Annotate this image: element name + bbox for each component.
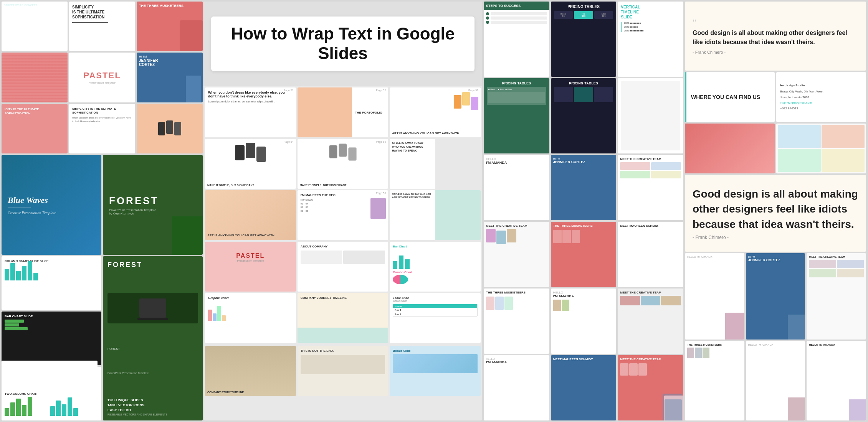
slide-pricing-green[interactable]: PRICING TABLES ■ Basic ■ Pro ■ Elite bbox=[484, 78, 549, 153]
slide-meet-maureen-2[interactable]: MEET MAUREEN SCHMIDT bbox=[551, 355, 617, 420]
slide-street-wear[interactable]: STREET WEAR CONCEPT THE PORTOFOLIO bbox=[2, 2, 68, 51]
slide-amanda-1[interactable]: HELLO I'M AMANDA bbox=[484, 155, 549, 220]
slide-hello-amanda-3[interactable]: HELLO I'M AMANDA bbox=[484, 355, 549, 420]
right-mid-cluster: HELLO I'M AMANDA HI I'M JENNIFER CORTEZ … bbox=[484, 155, 683, 420]
left-top-grid: STREET WEAR CONCEPT THE PORTOFOLIO SIMPL… bbox=[2, 2, 203, 153]
slide-pastel[interactable]: PASTEL Presentation Template bbox=[69, 53, 135, 102]
slide-white-6[interactable] bbox=[618, 78, 683, 153]
slide-three-musk-white[interactable]: THE THREE MUSKETEERS bbox=[484, 288, 549, 354]
far-right-main: " Good design is all about making other … bbox=[685, 2, 866, 420]
center-slide-54[interactable]: Page 54 MAKE IT SIMPLE, BUT SIGNIFICANT bbox=[205, 139, 296, 189]
center-extra-slides: COMPANY STORY TIMELINE THIS IS NOT THE E… bbox=[203, 345, 482, 397]
photo-placeholder-2 bbox=[186, 76, 201, 102]
center-header: How to Wrap Text in Google Slides bbox=[203, 2, 482, 86]
cs-not-end[interactable]: THIS IS NOT THE END. bbox=[298, 346, 389, 396]
slide-jennifer-fr[interactable]: HI I'M JENNIFER CORTEZ bbox=[746, 253, 805, 340]
center-slide-pastel[interactable]: PASTEL Presentation Template bbox=[205, 242, 296, 292]
center-slide-51[interactable]: Page 51 When you don't dress like everyb… bbox=[205, 87, 296, 137]
where-find-us-row: WHERE YOU CAN FIND US Inspirzign Studio … bbox=[685, 72, 866, 122]
slide-steps-to-success[interactable]: STEPS TO SUCCESS bbox=[484, 2, 549, 77]
slide-simplicity-1[interactable]: SIMPLICITYIS THE ULTIMATESOPHISTICATION bbox=[69, 2, 135, 51]
slide-hello-amanda-fr2[interactable]: HELLO I'M AMANDA bbox=[746, 341, 805, 420]
bottom-people-slides: HELLO I'M AMANDA HI I'M JENNIFER CORTEZ … bbox=[685, 253, 866, 420]
slide-vertical-timeline[interactable]: VERTICALTIMELINESLIDE 2020 ■■■■■■■■ 2021… bbox=[618, 2, 683, 77]
center-slide-57[interactable]: ART IS ANYTHING YOU CAN GET AWAY WITH bbox=[205, 190, 296, 240]
slide-forest-laptop[interactable]: FOREST FOREST PowerPoint Presentation Te… bbox=[103, 256, 203, 420]
slide-three-musk-fr[interactable]: THE THREE MUSKETEERS bbox=[685, 341, 744, 420]
center-slide-table[interactable]: Table Slide Bonus Slide Header Row 1 Row… bbox=[390, 293, 481, 343]
slide-simplicity-3[interactable]: ICITY IS THE ULTIMATE SOPHISTICATION bbox=[2, 104, 68, 153]
cs-bonus[interactable]: Bonus Slide bbox=[390, 346, 481, 396]
slide-jennifer-1[interactable]: HI I'M JENNIFERCORTEZ bbox=[137, 53, 203, 102]
slide-amanda-2[interactable]: HELLO I'M AMANDA bbox=[551, 288, 617, 354]
center-slide-53[interactable]: Page 53 ART IS ANYTHING YOU CAN GET AWAY… bbox=[390, 87, 481, 137]
slide-meet-maureen[interactable]: MEET MAUREEN SCHMIDT bbox=[618, 222, 683, 287]
slide-quote-2[interactable]: Good design is all about making other de… bbox=[685, 175, 866, 252]
slide-forest[interactable]: FOREST PowerPoint Presentation Templateb… bbox=[103, 155, 203, 255]
slide-blue-waves[interactable]: Blue Waves Creative Presentation Templat… bbox=[2, 155, 101, 255]
slide-meet-team-2[interactable]: MEET THE CREATIVE TEAM bbox=[484, 222, 549, 287]
slide-hello-amanda-fr[interactable]: HELLO I'M AMANDA bbox=[685, 253, 744, 340]
center-area: How to Wrap Text in Google Slides Page 5… bbox=[203, 2, 482, 420]
center-slide-59[interactable]: Page 59 STYLE IS A WAY TO SAY WHO YOU AR… bbox=[390, 190, 481, 240]
center-slide-about[interactable]: ABOUT COMPANY bbox=[298, 242, 389, 292]
slide-phones[interactable] bbox=[137, 104, 203, 153]
center-slide-52[interactable]: Page 52 THE PORTOFOLIO bbox=[298, 87, 389, 137]
slide-three-musketeers-1[interactable]: THE THREE MUSKETEERS bbox=[137, 2, 203, 51]
photo-placeholder bbox=[180, 20, 203, 51]
center-slide-bar-chart[interactable]: Bar Chart Combo Chart bbox=[390, 242, 481, 292]
slide-bar-chart[interactable]: BAR CHART SLIDE bbox=[2, 312, 101, 365]
slide-simplicity-text[interactable]: SIMPLICITY IS THE ULTIMATE SOPHISTICATIO… bbox=[69, 104, 135, 153]
slide-pricing-dark[interactable]: PRICING TABLES Basic$9 Pro$19 Elite$29 bbox=[551, 2, 617, 77]
slide-where-find-us[interactable]: WHERE YOU CAN FIND US bbox=[685, 72, 775, 122]
slide-quote-1[interactable]: " Good design is all about making other … bbox=[685, 2, 866, 71]
slide-right-photos[interactable] bbox=[776, 124, 866, 173]
title-box: How to Wrap Text in Google Slides bbox=[211, 16, 475, 71]
slide-pink-photo[interactable] bbox=[685, 124, 775, 173]
decorative-circle bbox=[54, 37, 65, 49]
slide-address[interactable]: Inspirzign Studio Braga City Walk, 5th f… bbox=[776, 72, 866, 122]
center-slide-55[interactable]: Page 55 MAKE IT SIMPLE, BUT SIGNIFICANT bbox=[298, 139, 389, 189]
center-slides-grid: Page 51 When you don't dress like everyb… bbox=[203, 86, 482, 345]
slide-two-column[interactable]: TWO-COLUMN CHART bbox=[2, 361, 98, 420]
slide-pricing-dark-2[interactable]: PRICING TABLES bbox=[551, 78, 617, 153]
slide-three-musk-1[interactable]: THE THREE MUSKETEERS bbox=[551, 222, 617, 287]
slide-meet-team-1[interactable]: MEET THE CREATIVE TEAM bbox=[618, 155, 683, 220]
slide-stadium[interactable] bbox=[2, 53, 68, 102]
slide-meet-team-fr[interactable]: MEET THE CREATIVE TEAM bbox=[807, 253, 866, 340]
decorative-line bbox=[72, 22, 108, 23]
center-slide-company-timeline[interactable]: COMPANY JOURNEY TIMELINE bbox=[298, 293, 389, 343]
laptop-img bbox=[107, 293, 198, 323]
photo-strip-row bbox=[685, 124, 866, 173]
slide-column-chart[interactable]: COLuMN ChART SLIDE SLIdE bbox=[2, 256, 101, 310]
center-slide-graphic-chart[interactable]: Graphic Chart bbox=[205, 293, 296, 343]
left-mid-grid: Blue Waves Creative Presentation Templat… bbox=[2, 155, 203, 255]
center-slide-56[interactable]: Page 56 STYLE IS A WAY TO SAY WHO YOU AR… bbox=[390, 139, 481, 189]
right-top-cluster: STEPS TO SUCCESS PRICING TABLES Ba bbox=[484, 2, 683, 153]
center-slide-58[interactable]: Page 58 I'M MAUREEN THE CEO RUNDOWN01 04… bbox=[298, 190, 389, 240]
main-layout: STREET WEAR CONCEPT THE PORTOFOLIO SIMPL… bbox=[0, 0, 868, 422]
slide-meet-maureen-fr[interactable]: HELLO I'M AMANDA bbox=[807, 341, 866, 420]
slide-jennifer-2[interactable]: HI I'M JENNIFER CORTEZ bbox=[551, 155, 617, 220]
cs-building[interactable]: COMPANY STORY TIMELINE bbox=[205, 346, 296, 396]
slide-meet-team-3[interactable]: MEET THE CREATIVE TEAM bbox=[618, 288, 683, 354]
